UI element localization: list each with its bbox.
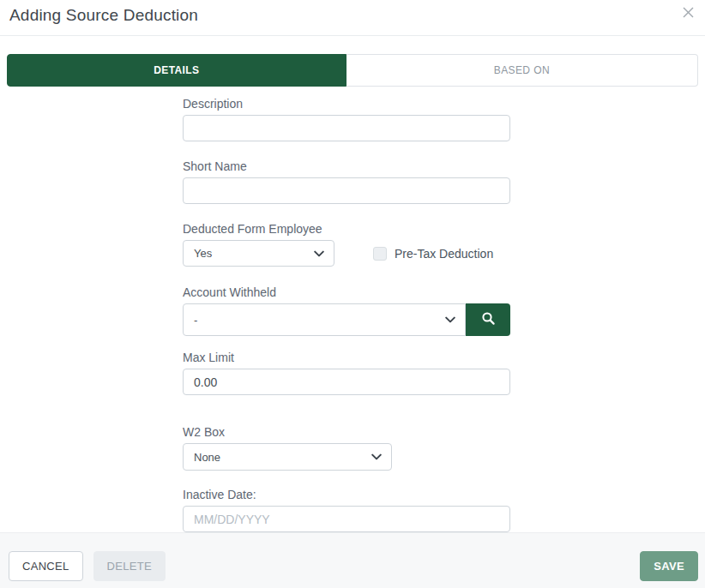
- max-limit-field-group: Max Limit: [183, 351, 510, 395]
- deducted-field-group: Deducted Form Employee Yes Pre-Tax Deduc…: [183, 223, 510, 267]
- deducted-from-employee-select[interactable]: Yes: [183, 240, 334, 267]
- account-withheld-label: Account Withheld: [183, 286, 510, 299]
- tab-bar: DETAILS BASED ON: [7, 54, 698, 87]
- account-search-button[interactable]: [466, 303, 510, 336]
- pre-tax-checkbox[interactable]: [373, 247, 387, 261]
- pre-tax-checkbox-group[interactable]: Pre-Tax Deduction: [373, 247, 493, 261]
- short-name-input[interactable]: [183, 177, 510, 204]
- chevron-down-icon: [371, 453, 382, 460]
- tab-based-on[interactable]: BASED ON: [346, 54, 698, 87]
- inactive-date-input[interactable]: [183, 506, 510, 532]
- close-icon: [682, 6, 695, 21]
- save-button[interactable]: SAVE: [640, 551, 698, 581]
- w2-box-value: None: [194, 451, 220, 464]
- max-limit-label: Max Limit: [183, 351, 510, 364]
- pre-tax-label: Pre-Tax Deduction: [395, 247, 493, 261]
- delete-button[interactable]: DELETE: [93, 551, 166, 581]
- description-field-group: Description: [183, 98, 510, 141]
- account-withheld-field-group: Account Withheld -: [183, 286, 510, 336]
- tab-details[interactable]: DETAILS: [7, 54, 346, 87]
- inactive-date-label: Inactive Date:: [183, 489, 510, 501]
- max-limit-input[interactable]: [183, 369, 510, 395]
- deducted-from-employee-label: Deducted Form Employee: [183, 223, 510, 236]
- w2-box-select[interactable]: None: [183, 443, 392, 471]
- modal-dialog: Adding Source Deduction DETAILS BASED ON…: [0, 0, 705, 532]
- description-label: Description: [183, 98, 510, 111]
- modal-title: Adding Source Deduction: [9, 6, 198, 25]
- w2-box-label: W2 Box: [183, 426, 510, 439]
- search-icon: [481, 311, 496, 328]
- deducted-from-employee-value: Yes: [194, 247, 212, 260]
- description-input[interactable]: [183, 115, 510, 141]
- inactive-date-field-group: Inactive Date:: [183, 489, 510, 532]
- close-button[interactable]: [678, 3, 698, 24]
- modal-header: Adding Source Deduction: [0, 0, 705, 36]
- short-name-field-group: Short Name: [183, 160, 510, 204]
- chevron-down-icon: [445, 316, 455, 323]
- w2-box-field-group: W2 Box None: [183, 426, 510, 471]
- form-area: Description Short Name Deducted Form Emp…: [183, 98, 510, 532]
- account-withheld-value: -: [194, 314, 197, 327]
- modal-footer: CANCEL DELETE SAVE: [0, 532, 705, 588]
- account-withheld-select[interactable]: -: [183, 303, 466, 336]
- short-name-label: Short Name: [183, 160, 510, 173]
- chevron-down-icon: [314, 250, 324, 257]
- cancel-button[interactable]: CANCEL: [9, 551, 83, 581]
